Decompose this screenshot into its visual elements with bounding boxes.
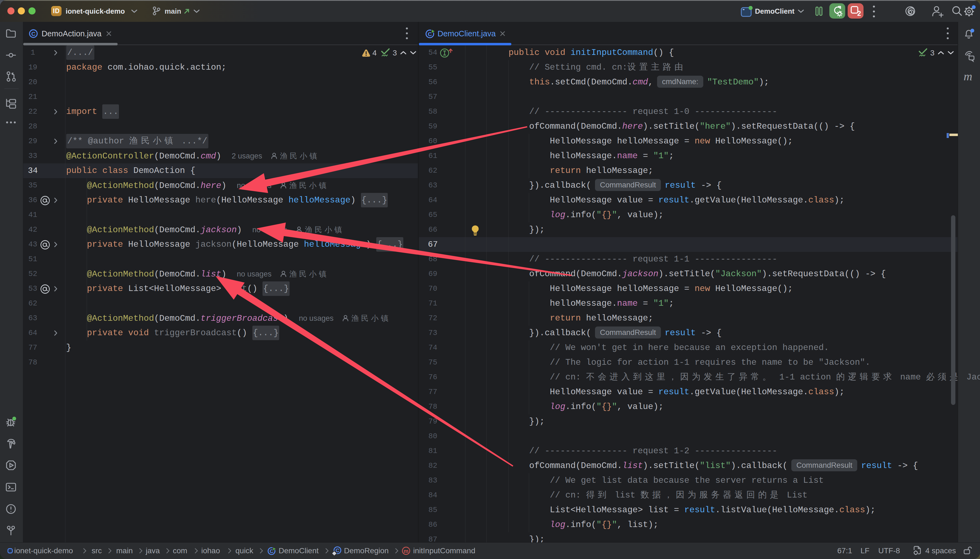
svg-text:2: 2 [857, 10, 861, 17]
svg-text:C: C [31, 31, 35, 37]
svg-text:m: m [404, 548, 408, 554]
